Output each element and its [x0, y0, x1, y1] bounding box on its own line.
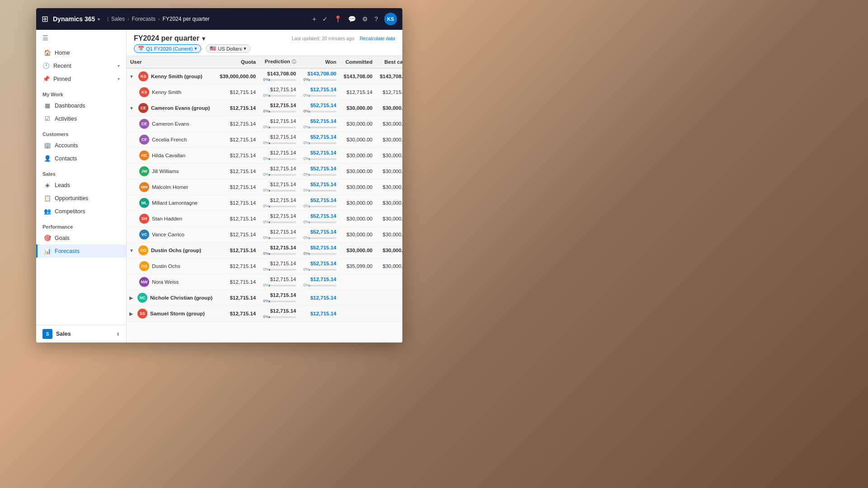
sidebar-item-activities[interactable]: ☑ Activities [36, 112, 126, 125]
table-row: NW Nora Weiss $12,715.14 $12,715.140% $1… [127, 274, 402, 290]
prediction-pct: 0% [263, 235, 269, 240]
won-cell: $52,715.140% [300, 258, 340, 274]
top-bar-actions: + ✓ 📍 💬 ⚙ ? KS [312, 13, 397, 25]
sidebar-item-accounts[interactable]: 🏢 Accounts [36, 139, 126, 152]
period-filter[interactable]: 📅 Q1 FY2020 (Current) ▾ [134, 44, 201, 53]
leads-icon: ◈ [44, 182, 51, 188]
pin-icon[interactable]: 📍 [334, 15, 342, 23]
won-value: $12,715.14 [310, 295, 336, 300]
quota-value: $12,715.14 [216, 290, 259, 306]
won-cell: $52,715.140% [300, 116, 340, 132]
best-case-value: $30,000.00 [376, 243, 402, 258]
won-progress-bar [309, 221, 336, 223]
row-toggle-icon[interactable]: ▼ [129, 106, 134, 111]
row-toggle-icon[interactable]: ▶ [129, 311, 133, 316]
row-toggle-icon[interactable]: ▶ [129, 296, 133, 300]
prediction-info-icon[interactable]: ⓘ [292, 59, 296, 64]
waffle-icon[interactable]: ⊞ [42, 14, 48, 24]
chat-icon[interactable]: 💬 [348, 15, 356, 23]
settings-icon[interactable]: ⚙ [362, 15, 368, 23]
user-avatar[interactable]: KS [384, 13, 397, 25]
group-avatar: DO [138, 245, 148, 255]
sidebar-item-home[interactable]: 🏠 Home [36, 46, 126, 59]
app-switcher-label: Sales [56, 331, 71, 337]
prediction-progress-bar [269, 95, 296, 97]
brand[interactable]: Dynamics 365 ▾ [53, 15, 100, 23]
group-name: Samuel Storm (group) [150, 311, 205, 316]
prediction-progress-bar [269, 316, 296, 318]
committed-value: $143,708.00 [340, 68, 376, 84]
prediction-value: $12,715.14 [270, 308, 296, 314]
best-case-value: $30,000.00 [376, 195, 402, 211]
prediction-pct: 0% [263, 299, 269, 303]
won-pct: 0% [303, 283, 309, 287]
sidebar-item-forecasts[interactable]: 📊 Forecasts [36, 244, 126, 258]
breadcrumb-forecasts[interactable]: Forecasts [132, 16, 156, 22]
forecast-header: FY2024 per quarter ▾ Last updated: 20 mi… [127, 30, 402, 56]
sidebar-opportunities-label: Opportunities [55, 195, 88, 202]
table-row: ▼ KS Kenny Smith (group) $39,000,000.00 … [127, 68, 402, 84]
prediction-progress-bar [269, 206, 296, 207]
app-icon: S [42, 329, 52, 339]
won-cell: $12,715.140% [300, 84, 340, 100]
customers-header: Customers [36, 127, 126, 139]
user-avatar-small: SH [139, 214, 149, 224]
committed-value: $30,000.00 [340, 227, 376, 243]
won-progress-bar [309, 206, 336, 207]
sidebar-item-recent[interactable]: 🕐 Recent ▾ [36, 59, 126, 72]
currency-filter[interactable]: 🇺🇸 US Dollars ▾ [206, 44, 250, 53]
prediction-cell: $12,715.140% [259, 179, 300, 195]
best-case-value: $30,000.00 [376, 258, 402, 274]
quota-value: $39,000,000.00 [216, 68, 259, 84]
won-cell: $12,715.140% [300, 274, 340, 290]
goals-icon: 🎯 [44, 235, 51, 241]
sidebar-dashboards-label: Dashboards [55, 103, 85, 109]
won-pct: 0% [303, 77, 309, 82]
quota-value: $12,715.14 [216, 258, 259, 274]
sidebar-item-competitors[interactable]: 👥 Competitors [36, 205, 126, 218]
row-toggle-icon[interactable]: ▼ [129, 74, 134, 79]
won-progress-bar [309, 269, 336, 271]
col-committed: Committed [340, 56, 376, 68]
user-cell-inner: NW Nora Weiss [139, 277, 212, 287]
forecast-table-container[interactable]: User Quota Prediction ⓘ Won Committed Be… [127, 56, 402, 343]
sidebar-item-opportunities[interactable]: 📋 Opportunities [36, 192, 126, 205]
period-filter-icon: 📅 [138, 46, 144, 52]
won-value: $12,715.14 [310, 87, 336, 92]
sidebar-item-pinned[interactable]: 📌 Pinned ▾ [36, 72, 126, 85]
recalculate-link[interactable]: Recalculate data [360, 36, 395, 41]
prediction-progress-bar [269, 142, 296, 144]
help-icon[interactable]: ? [374, 15, 378, 23]
table-row: HC Hilda Cavallan $12,715.14 $12,715.140… [127, 148, 402, 164]
sidebar-item-contacts[interactable]: 👤 Contacts [36, 152, 126, 165]
prediction-value: $143,708.00 [267, 71, 296, 76]
competitors-icon: 👥 [44, 208, 51, 215]
sidebar-nav-section: 🏠 Home 🕐 Recent ▾ 📌 Pinned ▾ [36, 46, 126, 85]
sidebar-home-label: Home [55, 50, 70, 56]
won-pct: 0% [303, 188, 309, 192]
app-window: ⊞ Dynamics 365 ▾ | Sales › Forecasts › F… [36, 8, 402, 343]
group-avatar: SS [137, 309, 147, 319]
prediction-value: $12,715.14 [270, 134, 296, 140]
row-toggle-icon[interactable]: ▼ [129, 248, 134, 253]
breadcrumb-sales[interactable]: Sales [111, 16, 125, 22]
won-pct: 0% [303, 267, 309, 272]
user-cell: ▶ NC Nichole Christian (group) [127, 290, 216, 306]
prediction-progress-bar [269, 285, 296, 286]
forecast-title-chevron-icon[interactable]: ▾ [202, 35, 205, 42]
sidebar-collapse-button[interactable]: ☰ [36, 30, 126, 46]
sidebar-recent-label: Recent [53, 63, 71, 69]
committed-value: $35,099.00 [340, 258, 376, 274]
sidebar-item-leads[interactable]: ◈ Leads [36, 178, 126, 192]
app-switcher[interactable]: S Sales ⬆ [36, 325, 126, 343]
quota-value: $12,715.14 [216, 243, 259, 258]
prediction-pct: 0% [263, 141, 269, 145]
committed-value [340, 274, 376, 290]
content-area: ☰ 🏠 Home 🕐 Recent ▾ 📌 Pinn [36, 30, 402, 343]
prediction-value: $12,715.14 [270, 197, 296, 203]
check-icon[interactable]: ✓ [322, 15, 328, 23]
add-icon[interactable]: + [312, 15, 316, 23]
won-cell: $52,715.140% [300, 100, 340, 116]
sidebar-item-dashboards[interactable]: ▦ Dashboards [36, 99, 126, 112]
sidebar-item-goals[interactable]: 🎯 Goals [36, 231, 126, 244]
